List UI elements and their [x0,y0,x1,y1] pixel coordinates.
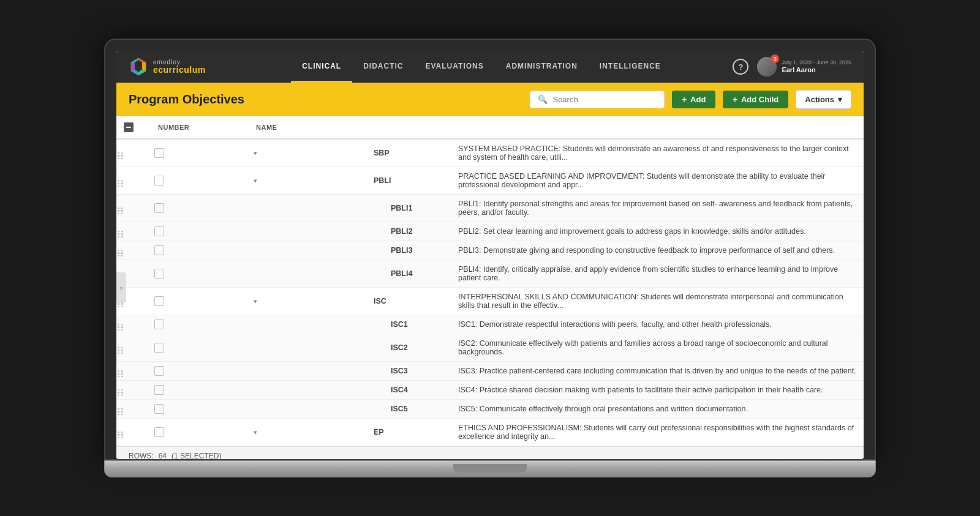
drag-handle[interactable] [118,324,124,331]
checkbox-cell[interactable] [153,167,251,195]
table-row: PBLI3PBLI3: Demonstrate giving and respo… [116,241,864,260]
search-icon: 🔍 [538,95,548,104]
nav-administration[interactable]: ADMINISTRATION [495,51,589,83]
row-checkbox[interactable] [154,404,164,414]
footer-bar: ROWS: 64 (1 SELECTED) [116,446,864,459]
row-checkbox[interactable] [154,296,164,306]
checkbox-cell[interactable] [153,362,251,381]
table-row: ISC4ISC4: Practice shared decision makin… [116,381,864,400]
th-select-all[interactable] [116,116,153,139]
expand-cell [251,241,374,260]
drag-handle[interactable] [118,231,124,238]
laptop-bezel: emedley ecurriculum CLINICAL DIDACTIC EV… [104,39,876,460]
table-container[interactable]: » NUMBER NAME ▾SBPSYSTEM BASED PRACTICE:… [116,116,864,459]
drag-handle[interactable] [118,408,124,416]
drag-handle[interactable] [118,432,124,439]
add-child-button[interactable]: + Add Child [723,91,788,108]
drag-handle[interactable] [118,180,124,187]
checkbox-cell[interactable] [153,288,251,315]
checkbox-cell[interactable] [153,381,251,400]
drag-handle[interactable] [118,370,124,378]
actions-button[interactable]: Actions ▾ [796,90,851,109]
drag-handle[interactable] [118,347,124,354]
table-row: ▾PBLIPRACTICE BASED LEARNING AND IMPROVE… [116,167,864,195]
th-number: NUMBER [153,116,251,139]
expand-cell[interactable]: ▾ [251,419,374,446]
expand-cell[interactable]: ▾ [251,139,374,167]
row-checkbox[interactable] [154,226,164,236]
table-row: ISC5ISC5: Communicate effectively throug… [116,400,864,419]
checkbox-cell[interactable] [153,139,251,167]
drag-handle[interactable] [118,208,124,215]
table-row: ▾EPETHICS AND PROFESSIONALISM: Students … [116,419,864,446]
expand-cell [251,222,374,241]
add-icon: + [682,95,687,104]
rows-label: ROWS: [129,452,154,459]
side-collapse-handle[interactable]: » [116,272,126,303]
name-cell: PBLI2: Set clear learning and improvemen… [453,222,864,241]
add-button[interactable]: + Add [672,91,715,108]
table-row: PBLI1PBLI1: Identify personal strengths … [116,195,864,222]
checkbox-cell[interactable] [153,260,251,288]
row-checkbox[interactable] [154,366,164,376]
row-checkbox[interactable] [154,320,164,329]
add-label: Add [690,95,706,104]
expand-cell[interactable]: ▾ [251,167,374,195]
expand-cell [251,334,374,362]
expand-cell [251,195,374,222]
checkbox-cell[interactable] [153,195,251,222]
name-cell: ISC2: Communicate effectively with patie… [453,334,864,362]
nav-intelligence[interactable]: INTELLIGENCE [589,51,672,83]
row-checkbox[interactable] [154,427,164,437]
drag-handle[interactable] [118,152,124,160]
drag-handle[interactable] [118,389,124,397]
expand-button[interactable]: ▾ [252,149,258,157]
checkbox-cell[interactable] [153,400,251,419]
nav-clinical[interactable]: CLINICAL [291,51,352,83]
row-checkbox[interactable] [154,203,164,213]
expand-button[interactable]: ▾ [252,428,258,436]
name-cell: ISC4: Practice shared decision making wi… [453,381,864,400]
row-checkbox[interactable] [154,343,164,353]
expand-cell[interactable]: ▾ [251,288,374,315]
row-checkbox[interactable] [154,148,164,158]
laptop-screen: emedley ecurriculum CLINICAL DIDACTIC EV… [116,51,864,459]
row-checkbox[interactable] [154,245,164,255]
checkbox-cell[interactable] [153,315,251,334]
row-checkbox[interactable] [154,385,164,395]
table-row: ▾ISCINTERPERSONAL SKILLS AND COMMUNICATI… [116,288,864,315]
drag-cell [116,167,153,195]
select-all-checkbox[interactable] [124,122,134,132]
page-header: Program Objectives 🔍 + Add + Add Child A… [116,83,864,116]
help-button[interactable]: ? [733,59,748,75]
search-input[interactable] [552,95,657,104]
table-row: ISC1ISC1: Demonstrate respectful interac… [116,315,864,334]
laptop-notch [453,464,527,473]
name-cell: ISC1: Demonstrate respectful interaction… [453,315,864,334]
drag-cell [116,139,153,167]
checkbox-cell[interactable] [153,419,251,446]
row-checkbox[interactable] [154,269,164,279]
drag-cell [116,362,153,381]
search-box: 🔍 [530,91,665,108]
brand: emedley ecurriculum [129,57,206,77]
expand-button[interactable]: ▾ [252,177,258,185]
expand-cell [251,362,374,381]
user-date: July 1, 2020 - June 30, 2025 [782,59,851,66]
navbar: emedley ecurriculum CLINICAL DIDACTIC EV… [116,51,864,83]
drag-cell [116,334,153,362]
name-cell: INTERPERSONAL SKILLS AND COMMUNICATION: … [453,288,864,315]
drag-handle[interactable] [118,250,124,257]
checkbox-cell[interactable] [153,222,251,241]
checkbox-cell[interactable] [153,334,251,362]
checkbox-cell[interactable] [153,241,251,260]
name-cell: SYSTEM BASED PRACTICE: Students will dem… [453,139,864,167]
avatar: 3 [757,57,777,77]
drag-cell [116,222,153,241]
number-cell: ISC3 [374,362,453,381]
nav-evaluations[interactable]: EVALUATIONS [415,51,495,83]
nav-didactic[interactable]: DIDACTIC [352,51,414,83]
number-cell: EP [374,419,453,446]
row-checkbox[interactable] [154,176,164,185]
expand-button[interactable]: ▾ [252,297,258,305]
